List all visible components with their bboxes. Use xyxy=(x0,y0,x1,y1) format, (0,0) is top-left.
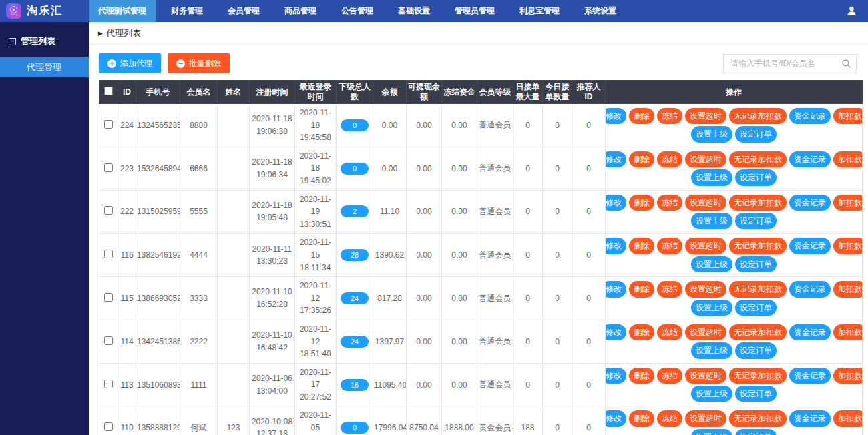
action-set-superior-button[interactable]: 设置上级 xyxy=(691,300,732,316)
action-funds-record-button[interactable]: 资金记录 xyxy=(789,281,831,297)
action-freeze-button[interactable]: 冻结 xyxy=(657,151,682,167)
subordinates-badge[interactable]: 28 xyxy=(341,249,369,261)
sidebar-group-management-list[interactable]: − 管理列表 xyxy=(0,22,89,57)
row-checkbox[interactable] xyxy=(104,206,113,215)
sidebar-item-agent-management[interactable]: 代理管理 xyxy=(0,57,89,77)
action-adjust-funds-button[interactable]: 加扣款 xyxy=(833,410,863,426)
action-no-record-adjustment-button[interactable]: 无记录加扣款 xyxy=(729,281,787,297)
action-delete-button[interactable]: 删除 xyxy=(629,151,654,167)
subordinates-badge[interactable]: 24 xyxy=(341,336,369,348)
action-edit-button[interactable]: 修改 xyxy=(606,324,627,340)
action-delete-button[interactable]: 删除 xyxy=(629,410,654,426)
brand-logo[interactable]: 淘乐汇 淘乐汇 xyxy=(0,0,89,22)
add-agent-button[interactable]: + 添加代理 xyxy=(99,53,161,73)
row-checkbox[interactable] xyxy=(104,336,113,345)
action-delete-button[interactable]: 删除 xyxy=(629,281,654,297)
search-input[interactable] xyxy=(723,54,857,73)
action-edit-button[interactable]: 修改 xyxy=(606,108,627,124)
action-edit-button[interactable]: 修改 xyxy=(606,410,627,426)
action-set-order-button[interactable]: 设定订单 xyxy=(735,169,777,185)
action-funds-record-button[interactable]: 资金记录 xyxy=(789,151,831,167)
action-set-superior-button[interactable]: 设置上级 xyxy=(691,429,732,435)
action-set-timeout-button[interactable]: 设置超时 xyxy=(685,281,726,297)
action-no-record-adjustment-button[interactable]: 无记录加扣款 xyxy=(729,238,787,254)
action-set-timeout-button[interactable]: 设置超时 xyxy=(685,238,726,254)
action-no-record-adjustment-button[interactable]: 无记录加扣款 xyxy=(729,195,787,211)
nav-item[interactable]: 利息宝管理 xyxy=(510,0,569,22)
subordinates-badge[interactable]: 16 xyxy=(341,379,369,391)
action-delete-button[interactable]: 删除 xyxy=(629,195,654,211)
action-edit-button[interactable]: 修改 xyxy=(606,281,627,297)
action-adjust-funds-button[interactable]: 加扣款 xyxy=(833,108,863,124)
action-no-record-adjustment-button[interactable]: 无记录加扣款 xyxy=(729,108,787,124)
action-set-order-button[interactable]: 设定订单 xyxy=(735,429,777,435)
action-adjust-funds-button[interactable]: 加扣款 xyxy=(833,281,863,297)
action-set-superior-button[interactable]: 设置上级 xyxy=(691,256,732,272)
batch-delete-button[interactable]: − 批量删除 xyxy=(168,53,230,73)
action-set-order-button[interactable]: 设定订单 xyxy=(735,342,777,358)
nav-item[interactable]: 代理测试管理 xyxy=(89,0,156,22)
action-freeze-button[interactable]: 冻结 xyxy=(657,195,682,211)
action-funds-record-button[interactable]: 资金记录 xyxy=(789,410,831,426)
action-edit-button[interactable]: 修改 xyxy=(606,368,627,384)
row-checkbox[interactable] xyxy=(104,380,113,388)
subordinates-badge[interactable]: 0 xyxy=(341,163,369,175)
action-set-order-button[interactable]: 设定订单 xyxy=(735,213,777,229)
row-checkbox[interactable] xyxy=(104,250,113,258)
search-icon[interactable] xyxy=(841,59,851,71)
nav-item[interactable]: 会员管理 xyxy=(218,0,269,22)
action-funds-record-button[interactable]: 资金记录 xyxy=(789,195,831,211)
action-adjust-funds-button[interactable]: 加扣款 xyxy=(833,151,863,167)
action-set-timeout-button[interactable]: 设置超时 xyxy=(685,410,726,426)
select-all-checkbox[interactable] xyxy=(104,87,113,95)
action-set-superior-button[interactable]: 设置上级 xyxy=(691,213,732,229)
action-set-superior-button[interactable]: 设置上级 xyxy=(691,342,732,358)
action-funds-record-button[interactable]: 资金记录 xyxy=(789,108,831,124)
nav-item[interactable]: 管理员管理 xyxy=(445,0,504,22)
action-funds-record-button[interactable]: 资金记录 xyxy=(789,238,831,254)
action-set-order-button[interactable]: 设定订单 xyxy=(735,126,777,142)
row-checkbox[interactable] xyxy=(104,163,113,172)
action-adjust-funds-button[interactable]: 加扣款 xyxy=(833,238,863,254)
action-set-superior-button[interactable]: 设置上级 xyxy=(691,126,732,142)
action-no-record-adjustment-button[interactable]: 无记录加扣款 xyxy=(729,368,787,384)
row-checkbox[interactable] xyxy=(104,422,113,431)
action-set-superior-button[interactable]: 设置上级 xyxy=(691,386,732,402)
action-edit-button[interactable]: 修改 xyxy=(606,195,627,211)
action-set-timeout-button[interactable]: 设置超时 xyxy=(685,324,726,340)
action-set-timeout-button[interactable]: 设置超时 xyxy=(685,195,726,211)
action-freeze-button[interactable]: 冻结 xyxy=(657,108,682,124)
nav-item[interactable]: 商品管理 xyxy=(275,0,326,22)
action-delete-button[interactable]: 删除 xyxy=(629,238,654,254)
action-set-timeout-button[interactable]: 设置超时 xyxy=(685,368,726,384)
action-no-record-adjustment-button[interactable]: 无记录加扣款 xyxy=(729,324,787,340)
row-checkbox[interactable] xyxy=(104,120,113,129)
action-no-record-adjustment-button[interactable]: 无记录加扣款 xyxy=(729,151,787,167)
action-edit-button[interactable]: 修改 xyxy=(606,238,627,254)
action-set-timeout-button[interactable]: 设置超时 xyxy=(685,151,726,167)
action-freeze-button[interactable]: 冻结 xyxy=(657,324,682,340)
action-delete-button[interactable]: 删除 xyxy=(629,368,654,384)
user-menu-button[interactable] xyxy=(846,0,868,22)
nav-item[interactable]: 系统设置 xyxy=(575,0,626,22)
action-set-order-button[interactable]: 设定订单 xyxy=(735,256,777,272)
subordinates-badge[interactable]: 0 xyxy=(341,422,369,434)
action-no-record-adjustment-button[interactable]: 无记录加扣款 xyxy=(729,410,787,426)
action-set-order-button[interactable]: 设定订单 xyxy=(735,300,777,316)
action-delete-button[interactable]: 删除 xyxy=(629,108,654,124)
action-edit-button[interactable]: 修改 xyxy=(606,151,627,167)
action-freeze-button[interactable]: 冻结 xyxy=(657,281,682,297)
action-adjust-funds-button[interactable]: 加扣款 xyxy=(833,195,863,211)
action-freeze-button[interactable]: 冻结 xyxy=(657,368,682,384)
action-delete-button[interactable]: 删除 xyxy=(629,324,654,340)
subordinates-badge[interactable]: 0 xyxy=(341,119,369,131)
action-funds-record-button[interactable]: 资金记录 xyxy=(789,368,831,384)
nav-item[interactable]: 财务管理 xyxy=(162,0,212,22)
action-adjust-funds-button[interactable]: 加扣款 xyxy=(833,324,863,340)
action-freeze-button[interactable]: 冻结 xyxy=(657,238,682,254)
action-set-timeout-button[interactable]: 设置超时 xyxy=(685,108,726,124)
action-set-order-button[interactable]: 设定订单 xyxy=(735,386,777,402)
row-checkbox[interactable] xyxy=(104,293,113,302)
action-adjust-funds-button[interactable]: 加扣款 xyxy=(833,368,863,384)
action-freeze-button[interactable]: 冻结 xyxy=(657,410,682,426)
